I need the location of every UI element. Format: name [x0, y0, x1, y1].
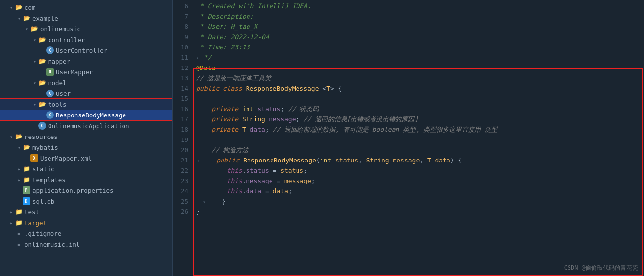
code-line-17: private String message; // 返回的信息[出错或者没出错… — [196, 114, 644, 124]
label-test: test — [25, 208, 39, 216]
folder-icon-com — [15, 3, 23, 11]
code-line-19 — [196, 135, 644, 145]
label-resources: resources — [25, 133, 58, 140]
chevron-mapper — [31, 58, 38, 65]
code-line-21: ▾ public ResponseBodyMessage(int status,… — [196, 155, 644, 165]
folder-icon-mapper — [38, 57, 46, 65]
chevron-target — [8, 219, 15, 226]
file-icon-onlinemusicapp: C — [38, 122, 46, 130]
folder-icon-controller — [38, 36, 46, 44]
folder-icon-test — [15, 208, 23, 216]
tree-item-user[interactable]: C User — [0, 88, 172, 99]
line-numbers: 6 7 8 9 10 11 12 13 14 15 16 17 18 19 20… — [173, 0, 192, 276]
tree-item-com[interactable]: com — [0, 2, 172, 13]
folder-icon-example — [23, 14, 30, 22]
label-usermapper-xml: UserMapper.xml — [40, 155, 92, 162]
folder-icon-mybatis — [23, 143, 30, 151]
chevron-static — [16, 165, 23, 172]
folder-icon-resources — [15, 133, 23, 140]
code-line-26: } — [196, 207, 644, 217]
tree-item-test[interactable]: test — [0, 207, 172, 217]
code-line-16: private int status; // 状态码 — [196, 104, 644, 114]
label-tools: tools — [48, 101, 67, 108]
tree-item-application-props[interactable]: P application.properties — [0, 185, 172, 196]
file-icon-user: C — [46, 90, 54, 97]
label-mybatis: mybatis — [32, 144, 58, 151]
chevron-resources — [8, 133, 15, 140]
tree-item-mapper[interactable]: mapper — [0, 56, 172, 67]
tree-item-controller[interactable]: controller — [0, 34, 172, 45]
code-line-11: ▾ */ — [196, 52, 644, 63]
tree-item-templates[interactable]: templates — [0, 174, 172, 185]
code-line-10: * Time: 23:13 — [196, 42, 644, 52]
chevron-templates — [16, 176, 23, 183]
code-line-25: ▾ } — [196, 196, 644, 207]
tree-item-example[interactable]: example — [0, 13, 172, 23]
code-line-7: * Description: — [196, 11, 644, 22]
label-responsebodymessage: ResponseBodyMessage — [56, 112, 126, 119]
label-iml: onlinemusic.iml — [25, 241, 80, 248]
tree-item-target[interactable]: target — [0, 217, 172, 228]
label-user: User — [56, 90, 71, 97]
file-tree-sidebar: com example onlinemusic controller C Use… — [0, 0, 173, 276]
label-controller: controller — [48, 36, 85, 44]
code-line-22: this.status = status; — [196, 165, 644, 176]
file-icon-usermapper: M — [46, 68, 54, 76]
folder-icon-onlinemusic — [30, 25, 38, 33]
tree-item-usermapper[interactable]: M UserMapper — [0, 67, 172, 77]
label-usermapper: UserMapper — [56, 69, 93, 76]
tree-item-onlinemusicapp[interactable]: C OnlinemusicApplication — [0, 120, 172, 131]
label-templates: templates — [32, 176, 66, 184]
label-usercontroller: UserController — [56, 47, 107, 54]
chevron-mybatis — [16, 144, 23, 151]
tree-item-usermapper-xml[interactable]: X UserMapper.xml — [0, 153, 172, 163]
folder-icon-model — [38, 79, 46, 87]
code-content: * Created with IntelliJ IDEA. * Descript… — [192, 0, 644, 276]
tree-item-mybatis[interactable]: mybatis — [0, 142, 172, 153]
file-icon-application-props: P — [23, 186, 30, 194]
file-icon-sql-db: D — [23, 197, 30, 205]
label-onlinemusic: onlinemusic — [40, 25, 81, 33]
tree-item-responsebodymessage[interactable]: C ResponseBodyMessage — [0, 110, 172, 120]
tree-item-iml[interactable]: ▪ onlinemusic.iml — [0, 239, 172, 250]
chevron-com — [8, 4, 15, 11]
label-model: model — [48, 79, 67, 87]
code-line-9: * Date: 2022-12-04 — [196, 32, 644, 42]
code-line-23: this.message = message; — [196, 176, 644, 186]
label-onlinemusicapp: OnlinemusicApplication — [48, 122, 129, 130]
chevron-test — [8, 208, 15, 215]
code-line-6: * Created with IntelliJ IDEA. — [196, 1, 644, 11]
code-line-15 — [196, 93, 644, 104]
label-example: example — [32, 15, 58, 22]
code-line-13: // 这是统一响应体工具类 — [196, 73, 644, 83]
tree-item-onlinemusic[interactable]: onlinemusic — [0, 23, 172, 34]
file-icon-gitignore: ▪ — [15, 230, 23, 237]
tree-item-resources[interactable]: resources — [0, 131, 172, 142]
chevron-tools — [31, 101, 38, 108]
chevron-example — [16, 15, 23, 22]
code-editor: 6 7 8 9 10 11 12 13 14 15 16 17 18 19 20… — [173, 0, 644, 276]
tree-item-usercontroller[interactable]: C UserController — [0, 45, 172, 56]
code-line-14: public class ResponseBodyMessage <T> { — [196, 83, 644, 93]
label-target: target — [25, 219, 47, 227]
code-line-8: * User: H_tao_X — [196, 22, 644, 32]
tree-item-tools[interactable]: tools — [0, 99, 172, 110]
tree-item-static[interactable]: static — [0, 163, 172, 174]
chevron-model — [31, 79, 38, 86]
watermark: CSDN @偷偷敲代码的青花瓷 — [564, 264, 638, 272]
folder-icon-tools — [38, 100, 46, 108]
label-sql-db: sql.db — [32, 198, 54, 205]
code-line-24: this.data = data; — [196, 186, 644, 196]
code-line-12: @Data — [196, 63, 644, 73]
folder-icon-static — [23, 165, 30, 173]
tree-item-model[interactable]: model — [0, 77, 172, 88]
code-line-20: // 构造方法 — [196, 145, 644, 155]
code-line-18: private T data; // 返回给前端的数据, 有可能是 boolea… — [196, 124, 644, 135]
file-icon-usermapper-xml: X — [30, 154, 38, 162]
file-icon-responsebodymessage: C — [46, 111, 54, 119]
label-application-props: application.properties — [32, 187, 114, 194]
chevron-controller — [31, 36, 38, 43]
tree-item-sql-db[interactable]: D sql.db — [0, 196, 172, 207]
tree-item-gitignore[interactable]: ▪ .gitignore — [0, 228, 172, 239]
label-static: static — [32, 165, 54, 173]
